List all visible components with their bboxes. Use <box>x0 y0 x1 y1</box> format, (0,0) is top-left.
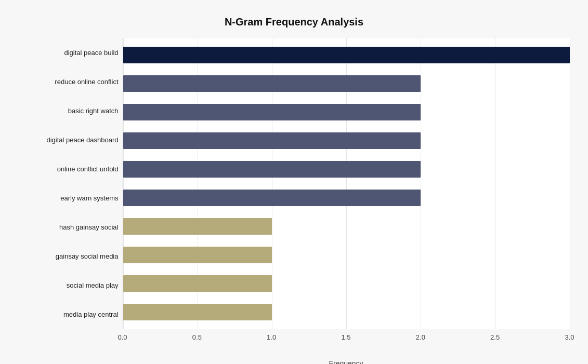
chart-title: N-Gram Frequency Analysis <box>19 16 570 28</box>
plot-area <box>123 38 570 329</box>
y-label: social media play <box>19 273 119 299</box>
bar <box>123 247 272 263</box>
y-label: digital peace build <box>19 40 119 66</box>
bar-row <box>123 158 570 181</box>
chart-area: digital peace buildreduce online conflic… <box>19 38 570 329</box>
grid-line <box>570 38 570 329</box>
bar <box>123 218 272 235</box>
bar <box>123 132 421 149</box>
bar <box>123 275 272 292</box>
y-label: basic right watch <box>19 98 119 124</box>
x-tick: 1.0 <box>267 333 276 341</box>
bar-row <box>123 215 570 238</box>
bar-row <box>123 301 570 323</box>
bar <box>123 47 570 63</box>
bars-container <box>123 38 570 329</box>
y-label: online conflict unfold <box>19 156 119 182</box>
bar-row <box>123 186 570 209</box>
bar-row <box>123 244 570 266</box>
bar-row <box>123 101 570 124</box>
x-tick: 2.0 <box>416 333 425 341</box>
y-label: reduce online conflict <box>19 69 119 95</box>
x-tick: 0.5 <box>192 333 202 341</box>
y-axis: digital peace buildreduce online conflic… <box>19 38 123 329</box>
bar-row <box>123 72 570 95</box>
y-label: digital peace dashboard <box>19 127 119 153</box>
bar-row <box>123 272 570 295</box>
y-label: hash gainsay social <box>19 214 119 240</box>
bar <box>123 75 421 92</box>
y-label: media play central <box>19 302 119 328</box>
x-axis: 0.00.51.01.52.02.53.0 <box>123 329 570 345</box>
bar-row <box>123 44 570 66</box>
bar <box>123 104 421 120</box>
x-tick: 2.5 <box>490 333 500 341</box>
bar <box>123 304 272 320</box>
y-label: early warn systems <box>19 185 119 211</box>
x-tick: 1.5 <box>341 333 350 341</box>
x-tick: 0.0 <box>117 333 127 341</box>
y-label: gainsay social media <box>19 244 119 269</box>
x-axis-label: Frequency <box>123 359 570 365</box>
bar <box>123 190 421 206</box>
bar <box>123 161 421 178</box>
x-tick: 3.0 <box>565 333 574 341</box>
bar-row <box>123 129 570 152</box>
chart-container: N-Gram Frequency Analysis digital peace … <box>8 6 580 359</box>
